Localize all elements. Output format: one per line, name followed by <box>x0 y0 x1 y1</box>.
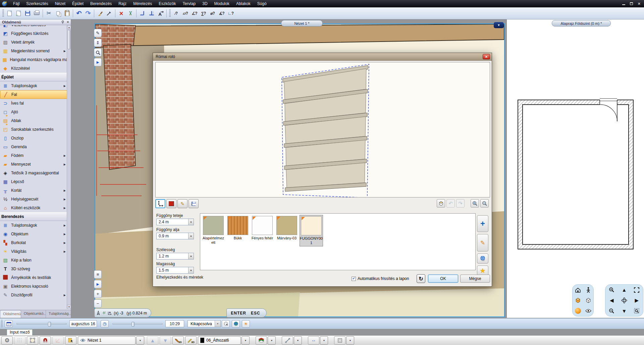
text-arrow-button[interactable]: A <box>156 9 165 18</box>
wireframe-view-button[interactable] <box>584 296 593 305</box>
tab-tulajdonsagok[interactable]: Tulajdonság... <box>46 310 71 318</box>
redo-button[interactable]: ↷ <box>84 9 93 18</box>
add-material-button[interactable]: + <box>477 215 488 232</box>
floor-plan-panel[interactable] <box>506 19 644 318</box>
measure-angle2-button[interactable]: ∡? <box>217 9 226 18</box>
settings-button[interactable]: ⚙ <box>1 336 13 345</box>
tab-objektumkozpont[interactable]: Objektumkö... <box>21 310 46 318</box>
angle-snap-button[interactable] <box>52 336 64 345</box>
sidebar-item-arnyekolok[interactable]: Árnyékolók és textíliák <box>0 273 67 282</box>
material-marvany-03[interactable]: Márvány-03 <box>275 215 299 241</box>
ok-button[interactable]: OK <box>428 275 458 283</box>
tab-oldalmenu[interactable]: Oldalmenü <box>0 310 21 318</box>
grid-toggle-button[interactable] <box>14 336 25 345</box>
list-button[interactable]: ≡ <box>94 270 102 279</box>
sidebar-item-tetosik[interactable]: ◈Tetősík 3 magasságponttal <box>0 169 67 177</box>
open-button[interactable]: → <box>14 9 23 18</box>
viewport-tab[interactable]: Nézet 1 * <box>281 20 323 26</box>
refresh-button[interactable]: ↻ <box>417 274 425 283</box>
dropdown-icon[interactable]: ▼ <box>188 253 194 259</box>
dropdown-icon[interactable]: ▼ <box>215 321 220 327</box>
enter-button[interactable]: ENTER <box>231 311 246 315</box>
geo-location-button[interactable] <box>232 320 240 328</box>
dialog-close-button[interactable]: ✕ <box>483 54 490 59</box>
edit-profile-tab[interactable]: ✎ <box>177 199 187 208</box>
3d-view-button[interactable] <box>437 199 445 208</box>
sidebar-item-oszlop[interactable]: ▯Oszlop <box>0 134 67 142</box>
material-bukk[interactable]: Bükk <box>226 215 250 241</box>
zoom-out-button[interactable]: − <box>94 299 102 308</box>
toolbar-grip2[interactable] <box>169 9 171 17</box>
sidebar-item-berendezes-tulajdonsagok[interactable]: ≣Tulajdonságok▶ <box>0 221 67 230</box>
menu-meretezes[interactable]: Méretezés <box>130 0 155 7</box>
line-style-arrow[interactable]: ▼ <box>294 336 302 345</box>
menu-rajz[interactable]: Rajz <box>115 0 130 7</box>
eyedropper-button[interactable] <box>105 9 114 18</box>
save-button[interactable] <box>23 9 32 18</box>
sidebar-item-helyisegpecset[interactable]: ½Helyiségpecsét▶ <box>0 195 67 204</box>
menu-epulet[interactable]: Épület <box>69 0 87 7</box>
menu-sugo[interactable]: Súgó <box>254 0 270 7</box>
zoom-fit-button[interactable] <box>632 286 641 294</box>
undo-button[interactable]: ↶ <box>74 9 84 18</box>
cut-button[interactable]: ✂ <box>44 9 53 18</box>
sidebar-item-mennyezet[interactable]: ▰Mennyezet▶ <box>0 160 67 169</box>
sidebar-close-icon[interactable]: ✕ <box>66 20 69 24</box>
sidebar-item-korlat[interactable]: ╥Korlát▶ <box>0 186 67 195</box>
sun-button[interactable]: ☀ <box>242 320 250 328</box>
clock-button[interactable]: ◷ <box>101 320 109 328</box>
scrollbar-thumb[interactable] <box>67 30 70 49</box>
minimize-icon[interactable] <box>622 2 625 5</box>
sidebar-item-kozzetetel[interactable]: ◆Közzététel <box>0 64 67 73</box>
blind-style-tab[interactable] <box>166 199 176 208</box>
expand-button[interactable]: ▶ <box>94 280 102 288</box>
sidebar-item-fodem[interactable]: ▰Födém▶ <box>0 151 67 160</box>
menu-szerkesztes[interactable]: Szerkesztés <box>23 0 51 7</box>
viewport-collapse-button[interactable]: ▼ <box>494 22 504 28</box>
render-button[interactable] <box>573 306 583 315</box>
measure-diameter-button[interactable]: ⌀? <box>208 9 217 18</box>
measure-sum-button[interactable]: ∑? <box>199 9 208 18</box>
sketch-pencil-button[interactable]: ✎ <box>94 29 102 37</box>
curtain-bottom-select[interactable]: 0.9 m▼ <box>156 233 194 239</box>
sidebar-item-fal[interactable]: ╱Fal <box>0 90 67 99</box>
slider-thumb[interactable] <box>131 322 135 327</box>
sidebar-item-hangulat-montazs[interactable]: ▦Hangulat montázs vágólapra másolása <box>0 55 67 64</box>
material-fuggony001[interactable]: FUGGONY001 <box>300 215 323 246</box>
shading-button[interactable] <box>222 320 230 328</box>
dialog-zoom-out-button[interactable] <box>480 199 489 208</box>
dropdown-icon[interactable]: ▼ <box>188 219 194 225</box>
prev-view-button[interactable]: ▲ <box>147 336 158 345</box>
direction-button[interactable]: ⇔ <box>308 336 319 345</box>
layer-select[interactable]: 06_Áthozat6 <box>198 336 241 345</box>
menu-berendezes[interactable]: Berendezés <box>87 0 115 7</box>
sidebar-scrollbar[interactable]: ▲ ▼ <box>67 25 71 309</box>
selection-mode-button[interactable] <box>65 336 76 345</box>
home-view-button[interactable] <box>573 286 583 294</box>
material-alapertelmezett[interactable]: Alapértelmezett <box>202 215 225 246</box>
dropdown-icon[interactable]: ▼ <box>188 233 194 239</box>
format-brush-button[interactable] <box>96 9 105 18</box>
scroll-up-icon[interactable]: ▲ <box>67 25 71 29</box>
line-style-button[interactable] <box>282 336 293 345</box>
zoom-in-button[interactable]: + <box>94 290 102 298</box>
scroll-down-icon[interactable]: ▼ <box>67 305 71 309</box>
measure-length-button[interactable]: ∕? <box>172 9 181 18</box>
bar-grip[interactable] <box>1 320 3 328</box>
placement-tab[interactable] <box>155 199 165 208</box>
dimension-button[interactable]: ⇕ <box>94 39 102 47</box>
rebuild-3d-button[interactable]: 3D <box>185 336 197 345</box>
direction-arrow[interactable]: ▼ <box>320 336 328 345</box>
height-select[interactable]: 1.5 m▼ <box>156 267 194 274</box>
dialog-titlebar[interactable]: Római roló <box>153 53 492 61</box>
menu-ablakok[interactable]: Ablakok <box>233 0 254 7</box>
sidebar-item-ives-fal[interactable]: ⊃Íves fal <box>0 99 67 108</box>
sidebar-item-3d-szoveg[interactable]: T3D szöveg <box>0 265 67 273</box>
copy-button[interactable] <box>53 9 62 18</box>
shadow-mode-select[interactable]: Kikapcsolva ▼ <box>187 320 221 327</box>
esc-button[interactable]: ESC <box>251 311 260 315</box>
view-select[interactable]: Nézet 1 <box>78 336 136 345</box>
sidebar-item-vilagitas[interactable]: ☀Világítás▶ <box>0 247 67 256</box>
delete-button[interactable]: × <box>117 9 126 18</box>
sidebar-item-lepcso[interactable]: ▦Lépcső <box>0 177 67 186</box>
